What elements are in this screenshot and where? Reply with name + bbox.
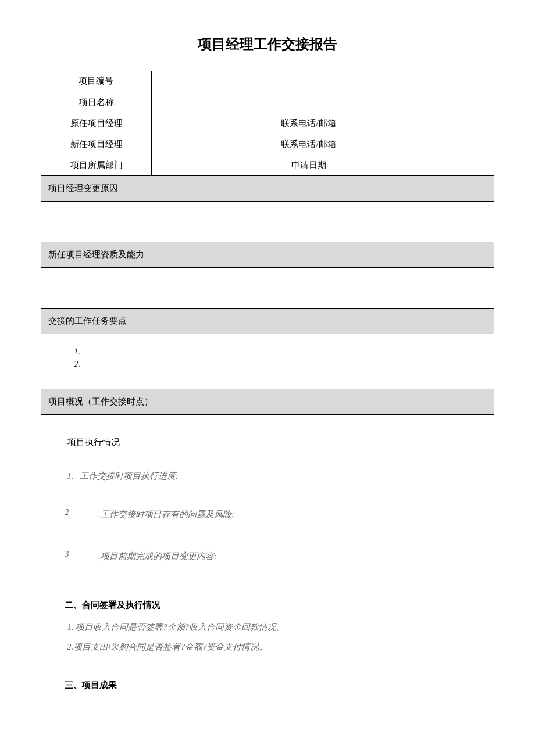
value-new-pm[interactable] (152, 134, 265, 155)
doc-title: 项目经理工作交接报告 (41, 35, 494, 53)
header-change-reason: 项目经理变更原因 (41, 175, 494, 201)
row-prev-pm: 原任项目经理 联系电话/邮箱 (41, 113, 494, 134)
ov-s2-i1-text: 项目收入合同是否签署?金额?收入合同资金回款情况。 (76, 622, 285, 632)
value-apply-date[interactable] (352, 155, 494, 175)
value-project-name[interactable] (152, 92, 494, 113)
content-new-pm-qual (41, 267, 494, 308)
textarea-overview[interactable]: -项目执行情况 1. 工作交接时项目执行进度: 2 .工作交接时项目存有的问题及… (41, 414, 494, 716)
handover-item-2: 2. (74, 359, 476, 369)
value-new-pm-contact[interactable] (352, 134, 494, 155)
label-prev-pm-contact: 联系电话/邮箱 (265, 113, 352, 134)
ov-s1-i2-num: 2 (65, 503, 75, 525)
row-project-no: 项目编号 (41, 71, 494, 92)
value-prev-pm[interactable] (152, 113, 265, 134)
form-table: 项目编号 项目名称 原任项目经理 联系电话/邮箱 新任项目经理 联系电话/邮箱 … (41, 71, 494, 716)
textarea-new-pm-qual[interactable] (41, 267, 494, 308)
overview-sec2-title: 二、合同签署及执行情况 (65, 596, 476, 614)
overview-sec3-title: 三、项目成果 (65, 676, 476, 694)
label-project-name: 项目名称 (41, 92, 152, 113)
label-apply-date: 申请日期 (265, 155, 352, 175)
ov-s1-i2-text: .工作交接时项目存有的问题及风险: (98, 506, 234, 523)
ov-s1-i1-text: 工作交接时项目执行进度: (80, 471, 179, 481)
ov-s2-i1-num: 1. (67, 622, 73, 632)
header-new-pm-qual: 新任项目经理资质及能力 (41, 242, 494, 267)
textarea-change-reason[interactable] (41, 201, 494, 242)
label-prev-pm: 原任项目经理 (41, 113, 152, 134)
textarea-handover-points[interactable]: 1. 2. (41, 334, 494, 389)
section-handover-points: 交接的工作任务要点 (41, 308, 494, 334)
row-dept: 项目所属部门 申请日期 (41, 155, 494, 175)
section-overview: 项目概况（工作交接时点） (41, 389, 494, 414)
content-overview: -项目执行情况 1. 工作交接时项目执行进度: 2 .工作交接时项目存有的问题及… (41, 414, 494, 716)
ov-s1-i1-num: 1. (67, 467, 77, 485)
header-overview: 项目概况（工作交接时点） (41, 389, 494, 414)
section-new-pm-qual: 新任项目经理资质及能力 (41, 242, 494, 267)
label-new-pm-contact: 联系电话/邮箱 (265, 134, 352, 155)
label-project-no: 项目编号 (41, 71, 152, 92)
section-change-reason: 项目经理变更原因 (41, 175, 494, 201)
label-new-pm: 新任项目经理 (41, 134, 152, 155)
ov-s1-i3-text: .项目前期完成的项目变更内容: (98, 547, 217, 565)
header-handover-points: 交接的工作任务要点 (41, 308, 494, 334)
row-project-name: 项目名称 (41, 92, 494, 113)
value-project-no[interactable] (152, 71, 494, 92)
content-handover-points: 1. 2. (41, 334, 494, 389)
ov-s1-i3-num: 3 (65, 545, 75, 567)
ov-s2-i2: 2.项目支出\采购合同是否签署?金额?资金支付情况。 (67, 638, 476, 655)
value-dept[interactable] (152, 155, 265, 175)
content-change-reason (41, 201, 494, 242)
value-prev-pm-contact[interactable] (352, 113, 494, 134)
handover-item-1: 1. (74, 347, 476, 357)
row-new-pm: 新任项目经理 联系电话/邮箱 (41, 134, 494, 155)
overview-sec1-title: -项目执行情况 (65, 433, 476, 451)
label-dept: 项目所属部门 (41, 155, 152, 175)
